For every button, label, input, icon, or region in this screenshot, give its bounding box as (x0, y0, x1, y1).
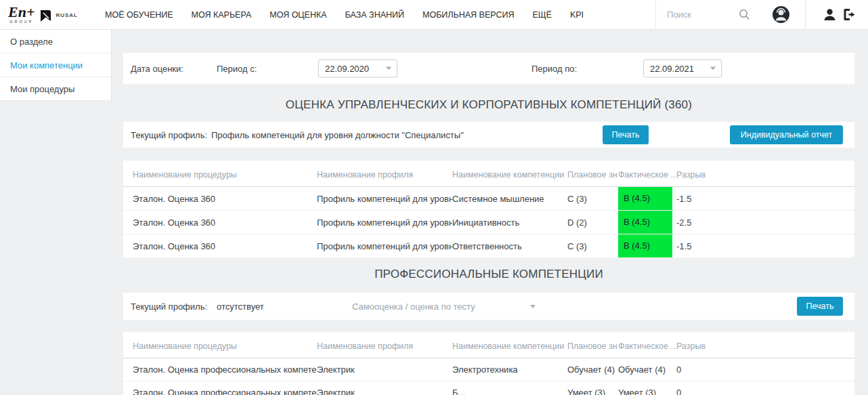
avatar-icon[interactable] (772, 5, 790, 24)
rusal-logo-text: RUSAL (56, 12, 78, 18)
period-from-label: Период с: (217, 64, 257, 74)
cell-actual: B (4.5) (618, 211, 676, 234)
period-from-select[interactable]: 22.09.2020 (318, 60, 397, 78)
cell-profile: Профиль компетенций для уровня д... (317, 187, 452, 211)
col-competency: Наименование компетенции (452, 336, 567, 358)
period-to-value: 22.09.2021 (650, 64, 694, 74)
enplus-rusal-logo[interactable]: En+ GROUP RUSAL (0, 5, 87, 24)
col-competency: Наименование компетенции (452, 165, 567, 187)
current-profile-value: отсутствует (217, 302, 264, 312)
col-planned: Плановое зн... (567, 165, 618, 187)
main-nav: МОЁ ОБУЧЕНИЕ МОЯ КАРЬЕРА МОЯ ОЦЕНКА БАЗА… (105, 10, 584, 20)
enplus-logo-text: En+ (8, 5, 35, 20)
section-prof-title: ПРОФЕССИОНАЛЬНЫЕ КОМПЕТЕНЦИИ (123, 268, 854, 281)
cell-procedure: Эталон. Оценка профессиональных компетен… (123, 381, 317, 395)
cell-competency: Электротехника (452, 358, 567, 381)
sidebar: О разделе Мои компетенции Мои процедуры (0, 30, 112, 101)
print-button-prof[interactable]: Печать (797, 297, 843, 316)
nav-kpi[interactable]: KPI (570, 10, 584, 20)
col-procedure: Наименование процедуры (123, 336, 317, 358)
cell-competency: Ответственность (452, 234, 567, 258)
nav-knowledge-base[interactable]: БАЗА ЗНАНИЙ (345, 10, 404, 20)
rusal-logo-icon (39, 9, 53, 22)
table-card-360: Наименование процедуры Наименование проф… (123, 161, 854, 257)
search-box (656, 9, 760, 20)
period-to-select[interactable]: 22.09.2021 (643, 60, 722, 78)
sidebar-item-my-competencies[interactable]: Мои компетенции (0, 54, 111, 77)
cell-actual: Обучает (4) (618, 358, 676, 381)
cell-competency: Инициативность (452, 211, 567, 234)
actual-score-badge: B (4.5) (618, 211, 672, 234)
cell-planned: D (2) (567, 211, 618, 234)
cell-planned: Умеет (3) (567, 381, 618, 395)
current-profile-label: Текущий профиль: (131, 130, 207, 140)
table-row[interactable]: Эталон. Оценка профессиональных компетен… (123, 381, 854, 395)
chevron-down-icon[interactable] (530, 305, 536, 308)
account-actions (806, 8, 868, 21)
cell-profile: Электрик (317, 381, 452, 395)
cell-profile: Профиль компетенций для уровня д... (317, 234, 452, 258)
nav-my-career[interactable]: МОЯ КАРЬЕРА (192, 10, 252, 20)
cell-planned: C (3) (567, 234, 618, 258)
table-card-prof: Наименование процедуры Наименование проф… (123, 332, 854, 395)
individual-report-button[interactable]: Индивидуальный отчет (730, 125, 843, 144)
current-profile-value: Профиль компетенций для уровня должности… (211, 130, 464, 140)
cell-procedure: Эталон. Оценка профессиональных компетен… (123, 358, 317, 381)
print-button-360[interactable]: Печать (603, 125, 649, 144)
cell-competency: Системное мышление (452, 187, 567, 211)
cell-gap: 0 (676, 381, 854, 395)
sidebar-item-about[interactable]: О разделе (0, 30, 111, 54)
current-profile-label: Текущий профиль: (131, 302, 207, 312)
logout-icon[interactable] (843, 8, 857, 21)
cell-competency: Б... (452, 381, 567, 395)
competency-table-prof: Наименование процедуры Наименование проф… (123, 336, 854, 395)
nav-my-training[interactable]: МОЁ ОБУЧЕНИЕ (105, 10, 173, 20)
profile-card-prof: Текущий профиль: отсутствует Самооценка … (123, 293, 854, 320)
col-profile: Наименование профиля (317, 165, 452, 187)
cell-gap: -1.5 (676, 234, 854, 258)
table-row[interactable]: Эталон. Оценка 360 Профиль компетенций д… (123, 211, 854, 234)
actual-score-badge: B (4.5) (618, 234, 672, 257)
period-from-value: 22.09.2020 (325, 64, 369, 74)
cell-actual: B (4.5) (618, 187, 676, 211)
header-right (655, 0, 868, 29)
nav-more[interactable]: ЕЩЁ (533, 10, 552, 20)
cell-procedure: Эталон. Оценка 360 (123, 211, 317, 234)
cell-profile: Электрик (317, 358, 452, 381)
col-planned: Плановое зн... (567, 336, 618, 358)
period-to-label: Период по: (531, 64, 577, 74)
sidebar-item-my-procedures[interactable]: Мои процедуры (0, 77, 111, 101)
table-row[interactable]: Эталон. Оценка 360 Профиль компетенций д… (123, 187, 854, 211)
cell-profile: Профиль компетенций для уровня д... (317, 211, 452, 234)
col-procedure: Наименование процедуры (123, 165, 317, 187)
chevron-down-icon (386, 67, 391, 70)
assessment-date-label: Дата оценки: (131, 64, 183, 74)
table-row[interactable]: Эталон. Оценка профессиональных компетен… (123, 358, 854, 381)
col-profile: Наименование профиля (317, 336, 452, 358)
competency-table-360: Наименование процедуры Наименование проф… (123, 165, 854, 257)
profile-card-360: Текущий профиль: Профиль компетенций для… (123, 122, 854, 148)
cell-actual: Умеет (3) (618, 381, 676, 395)
col-actual: Фактическое ... (618, 165, 676, 187)
cell-procedure: Эталон. Оценка 360 (123, 234, 317, 258)
section-360-title: ОЦЕНКА УПРАВЛЕНЧЕСКИХ И КОРПОРАТИВНЫХ КО… (123, 98, 854, 112)
table-row[interactable]: Эталон. Оценка 360 Профиль компетенций д… (123, 234, 854, 258)
nav-mobile-version[interactable]: МОБИЛЬНАЯ ВЕРСИЯ (422, 10, 515, 20)
enplus-group-text: GROUP (9, 20, 33, 24)
cell-gap: -2.5 (676, 211, 854, 234)
nav-my-assessment[interactable]: МОЯ ОЦЕНКА (269, 10, 326, 20)
content: Дата оценки: Период с: 22.09.2020 Период… (112, 30, 868, 395)
col-gap: Разрыв (676, 165, 854, 187)
cell-planned: C (3) (567, 187, 618, 211)
cell-planned: Обучает (4) (567, 358, 618, 381)
enplus-logo: En+ GROUP (8, 5, 35, 24)
cell-actual: B (4.5) (618, 234, 676, 258)
search-icon[interactable] (739, 9, 750, 20)
table-header-row: Наименование процедуры Наименование проф… (123, 165, 854, 187)
page: En+ GROUP RUSAL МОЁ ОБУЧЕНИЕ МОЯ КАРЬЕРА… (0, 0, 868, 395)
top-bar: En+ GROUP RUSAL МОЁ ОБУЧЕНИЕ МОЯ КАРЬЕРА… (0, 0, 868, 30)
search-input[interactable] (667, 9, 732, 20)
col-actual: Фактическое ... (618, 336, 676, 358)
user-icon[interactable] (823, 8, 836, 21)
chevron-down-icon (710, 67, 716, 70)
